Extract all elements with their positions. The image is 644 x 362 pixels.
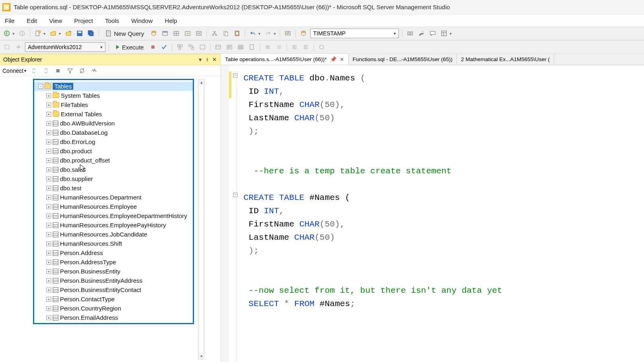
expand-icon[interactable]: +: [46, 158, 51, 163]
parse-button[interactable]: [160, 43, 169, 51]
tree-node-table[interactable]: +HumanResources.Shift: [34, 239, 193, 248]
mdx-query-button[interactable]: [172, 29, 181, 38]
scroll-up-icon[interactable]: ▴: [200, 79, 202, 85]
tools-button[interactable]: [417, 29, 426, 38]
tree-node-table[interactable]: +dbo.ErrorLog: [34, 137, 193, 146]
tree-node-table[interactable]: +Person.Address: [34, 248, 193, 257]
expand-icon[interactable]: +: [46, 167, 51, 172]
tree-node-table[interactable]: +dbo.AWBuildVersion: [34, 119, 193, 128]
specify-values-button[interactable]: [317, 43, 326, 51]
tree-node-table[interactable]: +dbo.sales: [34, 165, 193, 174]
undo-button[interactable]: [248, 29, 257, 38]
xmla-query-button[interactable]: [194, 29, 203, 38]
expand-icon[interactable]: +: [46, 204, 51, 209]
open-button[interactable]: [49, 29, 58, 38]
change-connection-button[interactable]: [14, 43, 23, 51]
expand-icon[interactable]: +: [46, 232, 51, 237]
disconnect-all-button[interactable]: [41, 66, 50, 75]
tree-node-table[interactable]: +HumanResources.JobCandidate: [34, 230, 193, 239]
window-layout-button[interactable]: [440, 29, 448, 38]
tree-node-table[interactable]: +dbo.test: [34, 183, 193, 193]
registered-servers-button[interactable]: [406, 29, 415, 38]
cut-button[interactable]: [210, 29, 219, 38]
menu-project[interactable]: Project: [72, 16, 95, 25]
tab-functions[interactable]: Functions.sql - DE...-A1M5655\User (65)): [349, 54, 457, 65]
comments-button[interactable]: [428, 29, 437, 38]
menu-view[interactable]: View: [47, 16, 64, 25]
expand-icon[interactable]: +: [46, 223, 51, 228]
stop-button[interactable]: [149, 43, 157, 51]
scroll-down-icon[interactable]: ▾: [200, 353, 202, 359]
refresh-button[interactable]: [78, 66, 87, 75]
tree-node-table[interactable]: +Person.BusinessEntityContact: [34, 285, 193, 294]
db-engine-query-button[interactable]: [149, 29, 158, 38]
nav-forward-button[interactable]: [18, 29, 27, 38]
connect-button[interactable]: Connect▾: [2, 68, 26, 74]
database-combo[interactable]: AdventureWorks2012 ▾: [25, 42, 105, 52]
use-db-icon[interactable]: [2, 43, 11, 51]
results-text-button[interactable]: [225, 43, 234, 51]
pin-icon[interactable]: [204, 57, 210, 62]
tree-node-table[interactable]: +Person.AddressType: [34, 257, 193, 267]
menu-window[interactable]: Window: [129, 16, 155, 25]
tab-math[interactable]: 2 Mathematical Ex...A1M5655\User (: [457, 54, 554, 65]
tree-node-table[interactable]: +Person.ContactType: [34, 294, 193, 304]
panel-menu-icon[interactable]: ▾: [197, 57, 203, 62]
expand-icon[interactable]: +: [46, 195, 51, 200]
tree-node-table[interactable]: +Person.Password: [34, 322, 193, 324]
save-all-button[interactable]: [87, 29, 95, 38]
tree-node-table[interactable]: +HumanResources.EmployeePayHistory: [34, 220, 193, 230]
copy-button[interactable]: [221, 29, 230, 38]
collapse-icon[interactable]: −: [38, 84, 43, 89]
expand-icon[interactable]: +: [46, 288, 51, 292]
redo-button[interactable]: [264, 29, 272, 38]
disconnect-button[interactable]: [29, 66, 38, 75]
close-tab-icon[interactable]: ✕: [340, 56, 344, 62]
expand-icon[interactable]: +: [46, 186, 51, 191]
fold-icon[interactable]: −: [233, 73, 237, 78]
expand-icon[interactable]: +: [46, 140, 51, 144]
tree-node-table[interactable]: +dbo.supplier: [34, 174, 193, 183]
tree-node-table[interactable]: +dbo.product_offset: [34, 156, 193, 165]
expand-icon[interactable]: +: [46, 121, 51, 126]
as-query-button[interactable]: [161, 29, 169, 38]
activity-button[interactable]: [90, 66, 99, 75]
tree-node-table[interactable]: +dbo.product: [34, 146, 193, 156]
save-button[interactable]: [75, 29, 84, 38]
uncomment-button[interactable]: [275, 43, 283, 51]
menu-edit[interactable]: Edit: [24, 16, 39, 25]
tab-table-operations[interactable]: Table operations.s...-A1M5655\User (66))…: [221, 54, 349, 65]
expand-icon[interactable]: +: [46, 130, 51, 135]
results-file-button[interactable]: [248, 43, 256, 51]
scroll-thumb[interactable]: [199, 85, 203, 353]
include-plan-button[interactable]: [187, 43, 196, 51]
expand-icon[interactable]: +: [46, 269, 51, 274]
fold-icon[interactable]: −: [233, 193, 237, 197]
comment-button[interactable]: [263, 43, 272, 51]
new-button[interactable]: [33, 29, 42, 38]
results-grid-button[interactable]: [236, 43, 245, 51]
pin-icon[interactable]: 📌: [330, 56, 336, 62]
tree-node-table[interactable]: +dbo.DatabaseLog: [34, 128, 193, 137]
quick-launch-icon[interactable]: [299, 29, 308, 38]
expand-icon[interactable]: +: [46, 315, 51, 320]
activity-monitor-button[interactable]: [283, 29, 292, 38]
expand-icon[interactable]: +: [46, 103, 51, 107]
expand-icon[interactable]: +: [46, 251, 51, 255]
property-combo[interactable]: TIMESTAMP ▾: [310, 29, 399, 38]
expand-icon[interactable]: +: [46, 214, 51, 218]
indent-button[interactable]: [290, 43, 299, 51]
paste-button[interactable]: [233, 29, 242, 38]
tree-node-folder[interactable]: +System Tables: [34, 91, 193, 100]
open-file-button[interactable]: [64, 29, 73, 38]
expand-icon[interactable]: +: [46, 306, 51, 311]
tree-node-table[interactable]: +Person.CountryRegion: [34, 304, 193, 313]
tree-node-table[interactable]: +Person.EmailAddress: [34, 313, 193, 322]
tree-scrollbar[interactable]: ▴ ▾: [198, 79, 204, 360]
dmx-query-button[interactable]: [183, 29, 192, 38]
tree-node-folder[interactable]: +FileTables: [34, 100, 193, 109]
menu-tools[interactable]: Tools: [103, 16, 122, 25]
stop-button-oe[interactable]: [54, 66, 62, 75]
expand-icon[interactable]: +: [46, 278, 51, 283]
expand-icon[interactable]: +: [46, 112, 51, 117]
